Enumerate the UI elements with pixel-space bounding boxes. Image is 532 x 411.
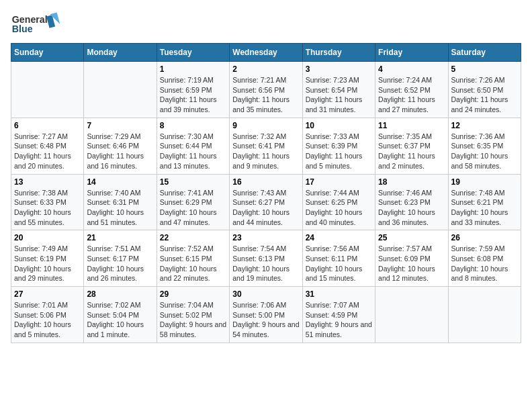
calendar-table: SundayMondayTuesdayWednesdayThursdayFrid…: [11, 43, 521, 343]
calendar-cell: 27Sunrise: 7:01 AM Sunset: 5:06 PM Dayli…: [11, 287, 84, 343]
day-number: 1: [160, 64, 226, 74]
day-number: 10: [306, 121, 372, 130]
calendar-cell: 16Sunrise: 7:43 AM Sunset: 6:27 PM Dayli…: [230, 174, 302, 230]
calendar-cell: 29Sunrise: 7:04 AM Sunset: 5:02 PM Dayli…: [157, 287, 229, 343]
day-info: Sunrise: 7:38 AM Sunset: 6:33 PM Dayligh…: [14, 188, 81, 228]
day-number: 17: [306, 177, 372, 187]
day-number: 24: [306, 233, 372, 242]
calendar-cell: 6Sunrise: 7:27 AM Sunset: 6:48 PM Daylig…: [11, 118, 84, 174]
calendar-cell: 18Sunrise: 7:46 AM Sunset: 6:23 PM Dayli…: [375, 174, 448, 230]
day-number: 25: [378, 233, 445, 242]
col-header-saturday: Saturday: [448, 44, 521, 62]
day-number: 12: [451, 121, 518, 130]
col-header-tuesday: Tuesday: [157, 44, 229, 62]
day-info: Sunrise: 7:33 AM Sunset: 6:39 PM Dayligh…: [306, 132, 372, 171]
day-info: Sunrise: 7:27 AM Sunset: 6:48 PM Dayligh…: [14, 132, 81, 171]
calendar-cell: 3Sunrise: 7:23 AM Sunset: 6:54 PM Daylig…: [302, 62, 375, 118]
day-info: Sunrise: 7:57 AM Sunset: 6:09 PM Dayligh…: [378, 244, 445, 283]
calendar-cell: 1Sunrise: 7:19 AM Sunset: 6:59 PM Daylig…: [157, 62, 229, 118]
day-number: 19: [451, 177, 518, 187]
day-info: Sunrise: 7:29 AM Sunset: 6:46 PM Dayligh…: [87, 132, 153, 171]
day-info: Sunrise: 7:49 AM Sunset: 6:19 PM Dayligh…: [14, 244, 81, 283]
calendar-cell: 17Sunrise: 7:44 AM Sunset: 6:25 PM Dayli…: [302, 174, 375, 230]
col-header-sunday: Sunday: [11, 44, 84, 62]
col-header-monday: Monday: [84, 44, 157, 62]
calendar-cell: 21Sunrise: 7:51 AM Sunset: 6:17 PM Dayli…: [84, 230, 157, 287]
day-info: Sunrise: 7:24 AM Sunset: 6:52 PM Dayligh…: [378, 75, 445, 115]
day-info: Sunrise: 7:01 AM Sunset: 5:06 PM Dayligh…: [14, 300, 81, 340]
day-info: Sunrise: 7:04 AM Sunset: 5:02 PM Dayligh…: [160, 300, 226, 340]
calendar-cell: [448, 287, 521, 343]
calendar-cell: 25Sunrise: 7:57 AM Sunset: 6:09 PM Dayli…: [375, 230, 448, 287]
day-info: Sunrise: 7:44 AM Sunset: 6:25 PM Dayligh…: [306, 188, 372, 228]
day-info: Sunrise: 7:54 AM Sunset: 6:13 PM Dayligh…: [232, 244, 299, 283]
calendar-cell: 5Sunrise: 7:26 AM Sunset: 6:50 PM Daylig…: [448, 62, 521, 118]
day-info: Sunrise: 7:06 AM Sunset: 5:00 PM Dayligh…: [232, 300, 299, 340]
day-info: Sunrise: 7:35 AM Sunset: 6:37 PM Dayligh…: [378, 132, 445, 171]
day-info: Sunrise: 7:32 AM Sunset: 6:41 PM Dayligh…: [232, 132, 299, 171]
week-row: 27Sunrise: 7:01 AM Sunset: 5:06 PM Dayli…: [11, 287, 521, 343]
calendar-cell: 12Sunrise: 7:36 AM Sunset: 6:35 PM Dayli…: [448, 118, 521, 174]
calendar-cell: 15Sunrise: 7:41 AM Sunset: 6:29 PM Dayli…: [157, 174, 229, 230]
week-row: 1Sunrise: 7:19 AM Sunset: 6:59 PM Daylig…: [11, 62, 521, 118]
day-number: 11: [378, 121, 445, 130]
calendar-cell: [11, 62, 84, 118]
day-info: Sunrise: 7:30 AM Sunset: 6:44 PM Dayligh…: [160, 132, 226, 171]
calendar-cell: 10Sunrise: 7:33 AM Sunset: 6:39 PM Dayli…: [302, 118, 375, 174]
calendar-cell: 19Sunrise: 7:48 AM Sunset: 6:21 PM Dayli…: [448, 174, 521, 230]
day-info: Sunrise: 7:19 AM Sunset: 6:59 PM Dayligh…: [160, 75, 226, 115]
day-number: 18: [378, 177, 445, 187]
calendar-cell: 4Sunrise: 7:24 AM Sunset: 6:52 PM Daylig…: [375, 62, 448, 118]
day-number: 5: [451, 64, 518, 74]
header: General Blue: [11, 11, 521, 38]
week-row: 20Sunrise: 7:49 AM Sunset: 6:19 PM Dayli…: [11, 230, 521, 287]
calendar-cell: 7Sunrise: 7:29 AM Sunset: 6:46 PM Daylig…: [84, 118, 157, 174]
day-number: 3: [306, 64, 372, 74]
day-info: Sunrise: 7:43 AM Sunset: 6:27 PM Dayligh…: [232, 188, 299, 228]
day-number: 7: [87, 121, 153, 130]
day-info: Sunrise: 7:51 AM Sunset: 6:17 PM Dayligh…: [87, 244, 153, 283]
day-number: 14: [87, 177, 153, 187]
calendar-cell: 9Sunrise: 7:32 AM Sunset: 6:41 PM Daylig…: [230, 118, 302, 174]
day-number: 21: [87, 233, 153, 242]
calendar-cell: [375, 287, 448, 343]
col-header-friday: Friday: [375, 44, 448, 62]
day-number: 23: [232, 233, 299, 242]
day-info: Sunrise: 7:21 AM Sunset: 6:56 PM Dayligh…: [232, 75, 299, 115]
day-info: Sunrise: 7:52 AM Sunset: 6:15 PM Dayligh…: [160, 244, 226, 283]
day-info: Sunrise: 7:23 AM Sunset: 6:54 PM Dayligh…: [306, 75, 372, 115]
day-info: Sunrise: 7:36 AM Sunset: 6:35 PM Dayligh…: [451, 132, 518, 171]
day-number: 6: [14, 121, 81, 130]
day-number: 4: [378, 64, 445, 74]
day-number: 16: [232, 177, 299, 187]
day-number: 26: [451, 233, 518, 242]
calendar-cell: 20Sunrise: 7:49 AM Sunset: 6:19 PM Dayli…: [11, 230, 84, 287]
day-number: 9: [232, 121, 299, 130]
day-number: 27: [14, 289, 81, 299]
calendar-cell: 26Sunrise: 7:59 AM Sunset: 6:08 PM Dayli…: [448, 230, 521, 287]
day-info: Sunrise: 7:07 AM Sunset: 4:59 PM Dayligh…: [306, 300, 372, 340]
calendar-cell: [84, 62, 157, 118]
calendar-cell: 22Sunrise: 7:52 AM Sunset: 6:15 PM Dayli…: [157, 230, 229, 287]
calendar-cell: 30Sunrise: 7:06 AM Sunset: 5:00 PM Dayli…: [230, 287, 302, 343]
calendar-cell: 13Sunrise: 7:38 AM Sunset: 6:33 PM Dayli…: [11, 174, 84, 230]
day-number: 29: [160, 289, 226, 299]
day-info: Sunrise: 7:46 AM Sunset: 6:23 PM Dayligh…: [378, 188, 445, 228]
week-row: 6Sunrise: 7:27 AM Sunset: 6:48 PM Daylig…: [11, 118, 521, 174]
day-number: 13: [14, 177, 81, 187]
calendar-cell: 24Sunrise: 7:56 AM Sunset: 6:11 PM Dayli…: [302, 230, 375, 287]
calendar-cell: 23Sunrise: 7:54 AM Sunset: 6:13 PM Dayli…: [230, 230, 302, 287]
day-info: Sunrise: 7:48 AM Sunset: 6:21 PM Dayligh…: [451, 188, 518, 228]
calendar-cell: 14Sunrise: 7:40 AM Sunset: 6:31 PM Dayli…: [84, 174, 157, 230]
logo: General Blue: [11, 11, 64, 38]
day-info: Sunrise: 7:26 AM Sunset: 6:50 PM Dayligh…: [451, 75, 518, 115]
day-info: Sunrise: 7:40 AM Sunset: 6:31 PM Dayligh…: [87, 188, 153, 228]
header-row: SundayMondayTuesdayWednesdayThursdayFrid…: [11, 44, 521, 62]
day-number: 30: [232, 289, 299, 299]
col-header-thursday: Thursday: [302, 44, 375, 62]
day-number: 8: [160, 121, 226, 130]
day-info: Sunrise: 7:41 AM Sunset: 6:29 PM Dayligh…: [160, 188, 226, 228]
day-info: Sunrise: 7:59 AM Sunset: 6:08 PM Dayligh…: [451, 244, 518, 283]
day-number: 20: [14, 233, 81, 242]
day-number: 28: [87, 289, 153, 299]
